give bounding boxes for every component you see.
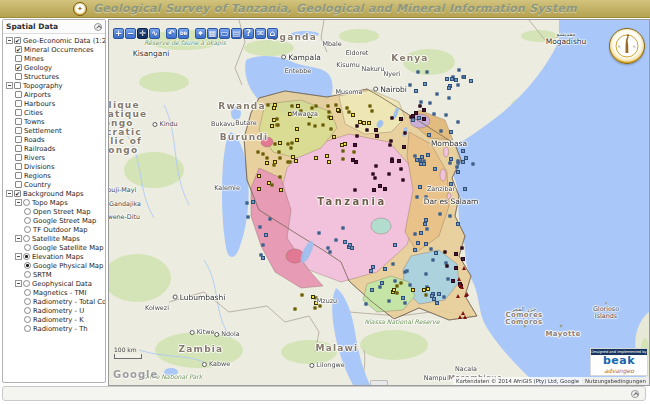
tree-item-regions[interactable]: Regions [6,171,105,180]
mineral-occurrence-marker[interactable] [469,79,473,83]
mineral-occurrence-marker[interactable] [262,152,265,155]
mineral-occurrence-marker[interactable] [274,143,277,146]
mineral-occurrence-marker[interactable] [456,170,460,174]
radio-radiometry-th[interactable] [24,325,31,332]
mineral-occurrence-marker[interactable] [279,157,282,160]
tree-label[interactable]: Settlement [24,127,62,135]
mineral-occurrence-marker[interactable] [264,233,268,237]
radio-radiometry-u[interactable] [24,307,31,314]
radio-satellite-maps[interactable] [23,235,30,242]
mineral-occurrence-marker[interactable] [318,304,321,307]
expand-panel-icon[interactable] [631,390,639,398]
tree-item-background-maps[interactable]: ✔Background Maps [6,189,105,198]
checkbox-airports[interactable] [15,91,22,98]
mineral-occurrence-marker[interactable] [414,89,418,93]
mineral-occurrence-marker[interactable] [417,71,420,74]
mineral-occurrence-marker[interactable] [449,162,452,165]
mineral-occurrence-marker[interactable] [261,256,265,260]
mineral-occurrence-marker[interactable] [390,159,394,163]
mineral-occurrence-marker[interactable] [343,142,347,146]
mineral-occurrence-marker[interactable] [314,104,317,107]
tree-label[interactable]: Background Maps [23,190,84,198]
mineral-occurrence-marker[interactable] [416,241,420,245]
mineral-occurrence-marker[interactable] [460,247,463,250]
mineral-occurrence-marker[interactable] [413,232,416,235]
mineral-occurrence-marker[interactable] [295,138,299,142]
tree-item-tf-outdoor-map[interactable]: TF Outdoor Map [6,225,105,234]
mineral-occurrence-marker[interactable] [351,113,355,117]
tree-label[interactable]: Radiometry - Th [33,325,88,333]
tree-item-airports[interactable]: Airports [6,90,105,99]
mineral-occurrence-marker[interactable] [286,161,289,164]
mineral-occurrence-marker[interactable] [401,296,405,300]
mineral-occurrence-marker[interactable] [423,222,427,226]
mineral-occurrence-marker[interactable] [446,264,449,267]
tree-item-rivers[interactable]: Rivers [6,153,105,162]
tree-label[interactable]: Regions [24,172,51,180]
mineral-occurrence-marker[interactable] [272,118,276,122]
tree-item-settlement[interactable]: Settlement [6,126,105,135]
tree-label[interactable]: Rivers [24,154,45,162]
mineral-occurrence-marker[interactable] [472,163,475,166]
mineral-occurrence-marker[interactable] [400,168,403,171]
tree-label[interactable]: Geophysical Data [32,280,92,288]
checkbox-cities[interactable] [15,109,22,116]
tree-label[interactable]: Divisions [24,163,54,171]
help-button[interactable]: ? [243,28,254,39]
mineral-occurrence-marker[interactable] [378,184,382,188]
tree-item-towns[interactable]: Towns [6,117,105,126]
mineral-occurrence-marker[interactable] [269,217,272,220]
legend-button[interactable]: ▤ [231,28,242,39]
tree-item-country[interactable]: Country [6,180,105,189]
tree-item-topography[interactable]: Topography [6,81,105,90]
mineral-occurrence-marker[interactable] [457,161,460,164]
checkbox-divisions[interactable] [15,163,22,170]
tree-label[interactable]: Radiometry - U [33,307,84,315]
mineral-occurrence-marker[interactable] [461,257,465,261]
mineral-occurrence-marker[interactable] [352,151,355,154]
database-button[interactable]: DB [178,28,189,39]
tree-label[interactable]: Topo Maps [32,199,68,207]
checkbox-topography[interactable] [14,82,21,89]
coastal-triangle-marker[interactable] [456,294,460,298]
mineral-occurrence-marker[interactable] [326,247,329,250]
radio-open-street-map[interactable] [24,208,31,215]
mineral-occurrence-marker[interactable] [342,158,345,161]
tree-item-google-physical-map[interactable]: Google Physical Map [6,261,105,270]
mineral-occurrence-marker[interactable] [395,292,398,295]
mineral-occurrence-marker[interactable] [422,117,426,121]
mineral-occurrence-marker[interactable] [257,187,261,191]
mineral-occurrence-marker[interactable] [402,145,406,149]
tree-label[interactable]: Towns [24,118,45,126]
mineral-occurrence-marker[interactable] [442,295,445,298]
mineral-occurrence-marker[interactable] [454,266,458,270]
mineral-occurrence-marker[interactable] [348,243,352,247]
mineral-occurrence-marker[interactable] [247,216,250,219]
mineral-occurrence-marker[interactable] [404,132,407,135]
mineral-occurrence-marker[interactable] [455,165,458,168]
mineral-occurrence-marker[interactable] [461,149,465,153]
checkbox-towns[interactable] [15,118,22,125]
mineral-occurrence-marker[interactable] [371,109,374,112]
tree-item-cities[interactable]: Cities [6,108,105,117]
mineral-occurrence-marker[interactable] [294,307,297,310]
radio-elevation-maps[interactable] [23,253,30,260]
mineral-occurrence-marker[interactable] [429,248,432,251]
mineral-occurrence-marker[interactable] [356,135,359,138]
tree-item-radiometry-u[interactable]: Radiometry - U [6,306,105,315]
radio-google-physical-map[interactable] [24,262,31,269]
tree-label[interactable]: Open Street Map [33,208,90,216]
mineral-occurrence-marker[interactable] [276,123,279,126]
tree-label[interactable]: Radiometry - Total Count [33,298,106,306]
identify-button[interactable]: ⌖ [195,28,206,39]
tree-item-railroads[interactable]: Railroads [6,144,105,153]
sidebar-collapse-icon[interactable] [94,23,102,31]
mineral-occurrence-marker[interactable] [335,238,338,241]
coastal-triangle-marker[interactable] [457,277,461,281]
mineral-occurrence-marker[interactable] [367,121,371,125]
mineral-occurrence-marker[interactable] [422,288,426,292]
tree-item-topo-maps[interactable]: Topo Maps [6,198,105,207]
tree-item-radiometry-th[interactable]: Radiometry - Th [6,324,105,333]
tree-expand-icon[interactable] [15,235,22,242]
grid-button[interactable]: ▦ [207,28,218,39]
